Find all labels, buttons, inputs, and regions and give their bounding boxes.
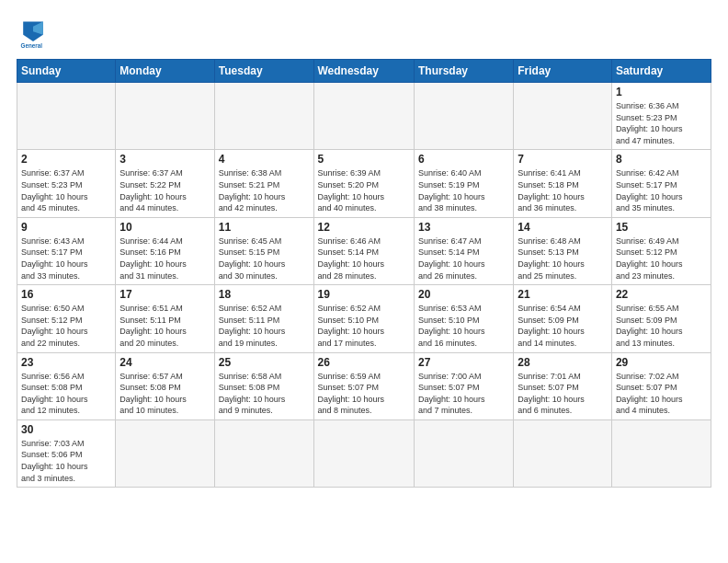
day-number: 1: [616, 86, 707, 98]
day-number: 20: [418, 288, 509, 301]
day-info: Sunrise: 6:45 AM Sunset: 5:15 PM Dayligh…: [219, 236, 310, 282]
calendar-cell: 2Sunrise: 6:37 AM Sunset: 5:23 PM Daylig…: [17, 150, 116, 217]
calendar-cell: 21Sunrise: 6:54 AM Sunset: 5:09 PM Dayli…: [514, 285, 612, 352]
day-number: 7: [518, 153, 608, 166]
day-number: 2: [21, 153, 111, 166]
calendar-cell: [214, 419, 313, 487]
header: General: [17, 17, 711, 50]
day-info: Sunrise: 7:03 AM Sunset: 5:06 PM Dayligh…: [21, 438, 111, 484]
day-number: 24: [119, 356, 210, 369]
calendar-cell: [313, 419, 414, 487]
day-number: 30: [21, 423, 111, 436]
calendar-cell: 25Sunrise: 6:58 AM Sunset: 5:08 PM Dayli…: [214, 352, 313, 419]
day-info: Sunrise: 6:55 AM Sunset: 5:09 PM Dayligh…: [616, 303, 707, 349]
calendar-week-4: 16Sunrise: 6:50 AM Sunset: 5:12 PM Dayli…: [17, 285, 711, 352]
day-info: Sunrise: 6:59 AM Sunset: 5:07 PM Dayligh…: [318, 371, 410, 417]
day-info: Sunrise: 6:39 AM Sunset: 5:20 PM Dayligh…: [318, 167, 410, 213]
day-info: Sunrise: 6:53 AM Sunset: 5:10 PM Dayligh…: [418, 303, 509, 349]
calendar-cell: [214, 83, 313, 150]
day-info: Sunrise: 6:47 AM Sunset: 5:14 PM Dayligh…: [418, 236, 509, 282]
day-number: 9: [21, 221, 111, 234]
calendar-cell: 4Sunrise: 6:38 AM Sunset: 5:21 PM Daylig…: [214, 150, 313, 217]
calendar-cell: 22Sunrise: 6:55 AM Sunset: 5:09 PM Dayli…: [611, 285, 711, 352]
day-info: Sunrise: 6:51 AM Sunset: 5:11 PM Dayligh…: [119, 303, 210, 349]
calendar-cell: 9Sunrise: 6:43 AM Sunset: 5:17 PM Daylig…: [17, 217, 116, 284]
day-number: 26: [318, 356, 410, 369]
calendar-cell: [313, 83, 414, 150]
day-info: Sunrise: 6:42 AM Sunset: 5:17 PM Dayligh…: [616, 167, 707, 213]
day-info: Sunrise: 6:41 AM Sunset: 5:18 PM Dayligh…: [518, 167, 608, 213]
day-info: Sunrise: 7:00 AM Sunset: 5:07 PM Dayligh…: [418, 371, 509, 417]
day-number: 14: [518, 221, 608, 234]
day-info: Sunrise: 6:40 AM Sunset: 5:19 PM Dayligh…: [418, 167, 509, 213]
day-number: 15: [616, 221, 707, 234]
day-number: 23: [21, 356, 111, 369]
weekday-header-sunday: Sunday: [17, 60, 116, 83]
day-number: 3: [119, 153, 210, 166]
day-info: Sunrise: 6:57 AM Sunset: 5:08 PM Dayligh…: [119, 371, 210, 417]
calendar-cell: 28Sunrise: 7:01 AM Sunset: 5:07 PM Dayli…: [514, 352, 612, 419]
day-number: 10: [119, 221, 210, 234]
day-number: 21: [518, 288, 608, 301]
svg-text:General: General: [21, 42, 43, 49]
day-number: 13: [418, 221, 509, 234]
calendar-cell: 14Sunrise: 6:48 AM Sunset: 5:13 PM Dayli…: [514, 217, 612, 284]
calendar-cell: 10Sunrise: 6:44 AM Sunset: 5:16 PM Dayli…: [116, 217, 214, 284]
day-number: 17: [119, 288, 210, 301]
day-number: 19: [318, 288, 410, 301]
calendar-week-5: 23Sunrise: 6:56 AM Sunset: 5:08 PM Dayli…: [17, 352, 711, 419]
day-info: Sunrise: 6:46 AM Sunset: 5:14 PM Dayligh…: [318, 236, 410, 282]
calendar-cell: 30Sunrise: 7:03 AM Sunset: 5:06 PM Dayli…: [17, 419, 116, 487]
calendar-cell: 6Sunrise: 6:40 AM Sunset: 5:19 PM Daylig…: [414, 150, 513, 217]
calendar-cell: [611, 419, 711, 487]
calendar-week-2: 2Sunrise: 6:37 AM Sunset: 5:23 PM Daylig…: [17, 150, 711, 217]
calendar-week-3: 9Sunrise: 6:43 AM Sunset: 5:17 PM Daylig…: [17, 217, 711, 284]
calendar-cell: 15Sunrise: 6:49 AM Sunset: 5:12 PM Dayli…: [611, 217, 711, 284]
calendar-cell: 27Sunrise: 7:00 AM Sunset: 5:07 PM Dayli…: [414, 352, 513, 419]
calendar-week-1: 1Sunrise: 6:36 AM Sunset: 5:23 PM Daylig…: [17, 83, 711, 150]
calendar-cell: 26Sunrise: 6:59 AM Sunset: 5:07 PM Dayli…: [313, 352, 414, 419]
day-info: Sunrise: 6:48 AM Sunset: 5:13 PM Dayligh…: [518, 236, 608, 282]
calendar-cell: 5Sunrise: 6:39 AM Sunset: 5:20 PM Daylig…: [313, 150, 414, 217]
day-number: 29: [616, 356, 707, 369]
day-info: Sunrise: 6:52 AM Sunset: 5:10 PM Dayligh…: [318, 303, 410, 349]
day-info: Sunrise: 7:02 AM Sunset: 5:07 PM Dayligh…: [616, 371, 707, 417]
calendar-cell: [514, 419, 612, 487]
calendar-cell: 7Sunrise: 6:41 AM Sunset: 5:18 PM Daylig…: [514, 150, 612, 217]
calendar-cell: 18Sunrise: 6:52 AM Sunset: 5:11 PM Dayli…: [214, 285, 313, 352]
calendar-cell: 16Sunrise: 6:50 AM Sunset: 5:12 PM Dayli…: [17, 285, 116, 352]
calendar-cell: 19Sunrise: 6:52 AM Sunset: 5:10 PM Dayli…: [313, 285, 414, 352]
calendar-cell: 23Sunrise: 6:56 AM Sunset: 5:08 PM Dayli…: [17, 352, 116, 419]
calendar-table: SundayMondayTuesdayWednesdayThursdayFrid…: [17, 59, 711, 488]
day-info: Sunrise: 6:37 AM Sunset: 5:23 PM Dayligh…: [21, 167, 111, 213]
logo-icon: General: [17, 17, 50, 50]
calendar-cell: 29Sunrise: 7:02 AM Sunset: 5:07 PM Dayli…: [611, 352, 711, 419]
calendar-cell: 24Sunrise: 6:57 AM Sunset: 5:08 PM Dayli…: [116, 352, 214, 419]
day-info: Sunrise: 6:50 AM Sunset: 5:12 PM Dayligh…: [21, 303, 111, 349]
day-number: 5: [318, 153, 410, 166]
weekday-header-tuesday: Tuesday: [214, 60, 313, 83]
calendar-cell: 13Sunrise: 6:47 AM Sunset: 5:14 PM Dayli…: [414, 217, 513, 284]
weekday-header-friday: Friday: [514, 60, 612, 83]
weekday-header-row: SundayMondayTuesdayWednesdayThursdayFrid…: [17, 60, 711, 83]
day-info: Sunrise: 6:52 AM Sunset: 5:11 PM Dayligh…: [219, 303, 310, 349]
calendar-cell: [414, 419, 513, 487]
day-info: Sunrise: 6:38 AM Sunset: 5:21 PM Dayligh…: [219, 167, 310, 213]
day-number: 28: [518, 356, 608, 369]
day-info: Sunrise: 6:56 AM Sunset: 5:08 PM Dayligh…: [21, 371, 111, 417]
calendar-cell: 8Sunrise: 6:42 AM Sunset: 5:17 PM Daylig…: [611, 150, 711, 217]
day-number: 27: [418, 356, 509, 369]
calendar-cell: [414, 83, 513, 150]
day-info: Sunrise: 6:43 AM Sunset: 5:17 PM Dayligh…: [21, 236, 111, 282]
day-number: 4: [219, 153, 310, 166]
calendar-cell: [514, 83, 612, 150]
weekday-header-wednesday: Wednesday: [313, 60, 414, 83]
day-number: 16: [21, 288, 111, 301]
calendar-cell: [116, 419, 214, 487]
calendar-cell: [17, 83, 116, 150]
calendar-cell: 3Sunrise: 6:37 AM Sunset: 5:22 PM Daylig…: [116, 150, 214, 217]
weekday-header-thursday: Thursday: [414, 60, 513, 83]
calendar-cell: [116, 83, 214, 150]
day-info: Sunrise: 7:01 AM Sunset: 5:07 PM Dayligh…: [518, 371, 608, 417]
day-number: 8: [616, 153, 707, 166]
